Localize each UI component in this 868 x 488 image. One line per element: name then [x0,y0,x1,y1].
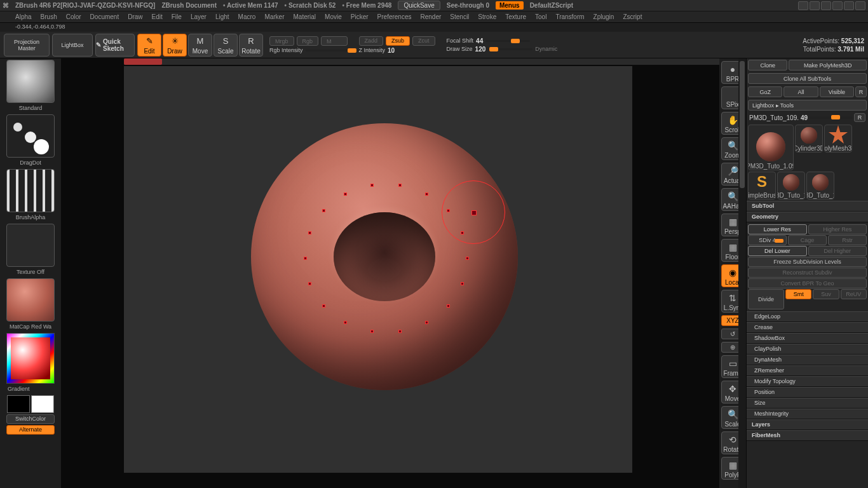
goz-all-button[interactable]: All [783,86,818,97]
geo-higher-res[interactable]: Higher Res [808,224,867,234]
scale-mode-button[interactable]: SScale [214,34,238,57]
minimize-icon[interactable] [832,1,843,10]
geo-convert-bpr-to-geo[interactable]: Convert BPR To Geo [748,278,867,288]
goz-r-button[interactable]: R [855,86,867,97]
color-swatch-black[interactable] [7,395,30,413]
geo-cage[interactable]: Cage [788,235,827,245]
geo-divide[interactable]: Divide [748,289,784,309]
menus-button[interactable]: Menus [496,1,524,10]
move-mode-button[interactable]: MMove [188,34,212,57]
geo-section-zremesher[interactable]: ZRemesher [747,365,868,376]
rotate-mode-button[interactable]: RRotate [239,34,263,57]
layout-icon[interactable] [798,1,808,10]
menu-transform[interactable]: Transform [555,13,584,20]
alpha-thumbnail[interactable] [6,169,55,212]
rgb-intensity-slider[interactable] [306,50,356,51]
projection-master-button[interactable]: Projection Master [4,34,50,57]
mrgb-button[interactable]: Mrgb [269,36,294,46]
goz-button[interactable]: GoZ [748,86,782,97]
project-slider[interactable] [810,116,852,119]
geometry-header[interactable]: Geometry [747,212,868,222]
geo-freeze-subdivision-levels[interactable]: Freeze SubDivision Levels [748,257,867,267]
menu-edit[interactable]: Edit [152,13,163,20]
geo-section-position[interactable]: Position [747,387,868,398]
geo-section-dynamesh[interactable]: DynaMesh [747,355,868,365]
subtool-header[interactable]: SubTool [747,201,868,212]
geo-section-crease[interactable]: Crease [747,322,868,333]
geo-section-size[interactable]: Size [747,398,868,409]
geo-reconstruct-subdiv[interactable]: Reconstruct Subdiv [748,268,867,278]
menu-movie[interactable]: Movie [325,13,342,20]
menu-render[interactable]: Render [421,13,442,20]
stroke-thumbnail[interactable] [6,114,55,158]
project-r-button[interactable]: R [854,113,865,122]
geo-section-shadowbox[interactable]: ShadowBox [747,333,868,344]
clone-button[interactable]: Clone [748,60,787,71]
document-scrollbar[interactable] [124,58,719,65]
menu-file[interactable]: File [172,13,182,20]
menu-tool[interactable]: Tool [535,13,546,20]
switch-color-button[interactable]: SwitchColor [6,414,55,424]
geo-lower-res[interactable]: Lower Res [748,224,807,234]
clone-all-subtools-button[interactable]: Clone All SubTools [748,73,867,84]
draw-size-slider[interactable] [488,48,532,50]
lightbox-button[interactable]: LightBox [52,34,93,57]
tool-PolyMesh3D[interactable]: PolyMesh3D [824,125,852,152]
color-swatch-white[interactable] [31,395,54,413]
geo-smt[interactable]: Smt [785,289,811,299]
lightbox-tools-button[interactable]: Lightbox ▸ Tools [748,100,867,111]
menu-material[interactable]: Material [294,13,316,20]
rgb-button[interactable]: Rgb [297,36,319,46]
fibermesh-header[interactable]: FiberMesh [747,430,868,441]
viewport[interactable] [124,66,632,473]
menu-layer[interactable]: Layer [191,13,207,20]
menu-stroke[interactable]: Stroke [478,13,496,20]
geo-section-modify-topology[interactable]: Modify Topology [747,376,868,387]
quicksave-button[interactable]: QuickSave [398,1,440,10]
maximize-icon[interactable] [844,1,854,10]
lock-icon[interactable] [821,1,831,10]
zcut-button[interactable]: Zcut [412,36,435,46]
menu-zscript[interactable]: Zscript [623,13,642,20]
material-thumbnail[interactable] [6,278,55,322]
seethrough-label[interactable]: See-through 0 [447,2,489,9]
gradient-label[interactable]: Gradient [6,385,55,394]
geo-del-higher[interactable]: Del Higher [808,246,867,256]
brush-thumbnail[interactable] [6,60,55,103]
menu-zplugin[interactable]: Zplugin [593,13,614,20]
dynamic-label[interactable]: Dynamic [535,46,557,52]
geo-section-meshintegrity[interactable]: MeshIntegrity [747,409,868,419]
geo-suv[interactable]: Suv [813,289,839,299]
edit-mode-button[interactable]: ✎Edit [137,34,161,57]
make-polymesh-button[interactable]: Make PolyMesh3D [789,60,867,71]
color-picker[interactable] [6,333,55,384]
draw-mode-button[interactable]: ✳Draw [163,34,187,57]
geo-sdiv-4[interactable]: SDiv 4 [748,235,787,245]
menu-stencil[interactable]: Stencil [450,13,469,20]
geo-del-lower[interactable]: Del Lower [748,246,807,256]
close-icon[interactable] [855,1,865,10]
m-button[interactable]: M [321,36,348,46]
geo-reuv[interactable]: ReUV [841,289,867,299]
focal-shift-slider[interactable] [485,40,530,42]
goz-visible-button[interactable]: Visible [820,86,854,97]
menu-document[interactable]: Document [90,13,119,20]
menu-color[interactable]: Color [66,13,81,20]
geo-rstr[interactable]: Rstr [828,235,867,245]
menu-picker[interactable]: Picker [351,13,369,20]
texture-thumbnail[interactable] [6,224,55,267]
geo-section-claypolish[interactable]: ClayPolish [747,344,868,355]
menu-alpha[interactable]: Alpha [15,13,32,20]
zadd-button[interactable]: Zadd [359,36,384,46]
tool-PM3D_Tuto_1.09[interactable]: PM3D_Tuto_1.09 [748,125,794,170]
quick-sketch-button[interactable]: ✎Quick Sketch [95,34,135,57]
tool-SimpleBrush[interactable]: SSimpleBrush [748,172,776,200]
menu-texture[interactable]: Texture [505,13,526,20]
menu-light[interactable]: Light [215,13,229,20]
menu-draw[interactable]: Draw [128,13,142,20]
layers-header[interactable]: Layers [747,419,868,430]
tool-Cylinder3D[interactable]: Cylinder3D [795,125,823,152]
tool-PM3D_Tuto_1.08[interactable]: PM3D_Tuto_1.08 [777,172,805,200]
geo-section-edgeloop[interactable]: EdgeLoop [747,311,868,322]
menu-macro[interactable]: Macro [238,13,256,20]
